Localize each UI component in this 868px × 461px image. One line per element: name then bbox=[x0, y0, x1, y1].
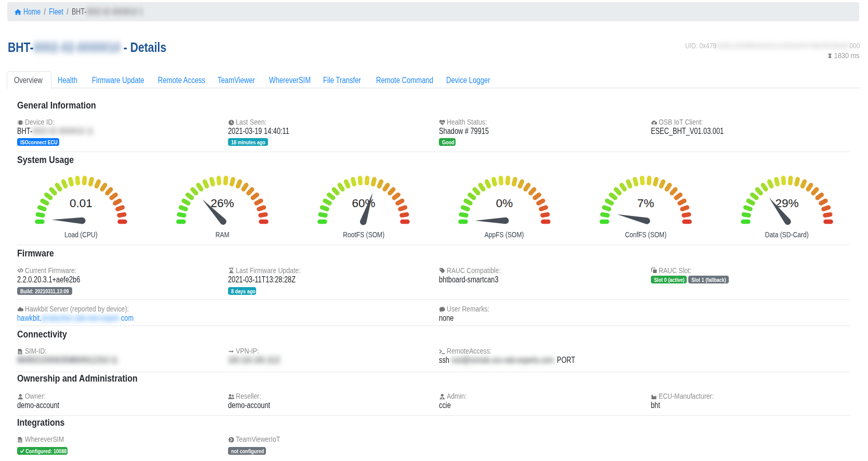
svg-text:7%: 7% bbox=[637, 197, 655, 210]
svg-text:0%: 0% bbox=[496, 197, 513, 210]
svg-text:26%: 26% bbox=[210, 197, 234, 210]
svg-text:60%: 60% bbox=[352, 197, 375, 210]
svg-text:0.01: 0.01 bbox=[70, 197, 92, 210]
